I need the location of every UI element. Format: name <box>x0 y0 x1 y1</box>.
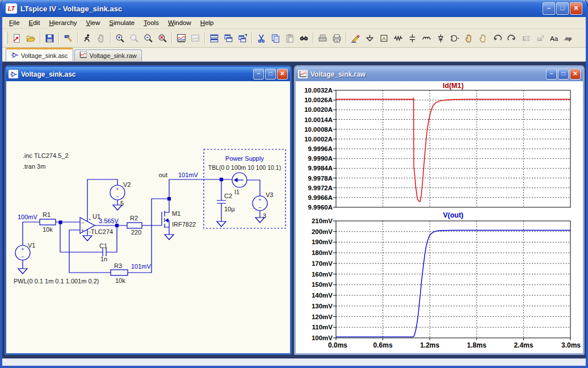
r3-name[interactable]: R3 <box>114 262 122 269</box>
minimize-button[interactable]: – <box>543 2 555 15</box>
ground-icon[interactable] <box>363 31 377 45</box>
waveform-minimize-button[interactable]: – <box>546 69 557 80</box>
svg-text:.op: .op <box>564 36 572 41</box>
toolbar-separator <box>346 32 347 44</box>
c1-value[interactable]: 1n <box>100 256 107 262</box>
redo-icon[interactable] <box>505 31 519 45</box>
v1-name[interactable]: V1 <box>28 242 35 249</box>
run-icon[interactable] <box>80 31 94 45</box>
net-label-out[interactable]: out <box>159 172 167 178</box>
v1-value[interactable]: PWL(0 0.1 1m 0.1 1.001m 0.2) <box>14 278 99 285</box>
tile-windows-icon[interactable] <box>207 31 221 45</box>
rotate-icon[interactable]: E <box>533 31 547 45</box>
menu-hierarchy[interactable]: Hierarchy <box>44 18 81 27</box>
schematic-minimize-button[interactable]: – <box>253 69 264 80</box>
copy-icon[interactable] <box>268 31 283 45</box>
menu-view[interactable]: View <box>82 18 105 27</box>
wire-icon[interactable] <box>348 31 363 45</box>
diode-icon[interactable] <box>434 31 448 45</box>
menu-file[interactable]: File <box>5 18 24 27</box>
power-supply-box-title: Power Supply <box>225 155 264 162</box>
waveform-window-titlebar[interactable]: Voltage_sink.raw – □ ✕ <box>296 67 583 81</box>
undo-icon[interactable] <box>490 31 505 45</box>
waveform-close-button[interactable]: ✕ <box>570 69 581 80</box>
plot-settings-icon[interactable] <box>174 31 188 45</box>
directive-tran[interactable]: .tran 3m <box>23 163 45 170</box>
annotation-input-level[interactable]: 100mV <box>18 214 38 220</box>
schematic-close-button[interactable]: ✕ <box>277 69 288 80</box>
c1-name[interactable]: C1 <box>99 242 107 249</box>
directive-include[interactable]: .inc TLC274.5_2 <box>23 152 69 159</box>
plot-pane-Id(M1)[interactable]: Id(M1)10.0032A10.0026A10.0020A10.0014A10… <box>304 82 570 211</box>
u1-value[interactable]: TLC274 <box>91 228 113 235</box>
c2-name[interactable]: C2 <box>224 193 232 199</box>
inductor-icon[interactable] <box>419 31 434 45</box>
y-tick-label: 180mV <box>312 249 333 256</box>
r2-name[interactable]: R2 <box>130 215 138 221</box>
menu-help[interactable]: Help <box>196 18 219 27</box>
toolbar-separator <box>58 32 60 44</box>
print-icon[interactable] <box>330 31 344 45</box>
maximize-button[interactable]: □ <box>556 2 569 15</box>
i1-name[interactable]: I1 <box>234 189 240 195</box>
c2-value[interactable]: 10µ <box>224 206 235 212</box>
waveform-icon <box>79 51 87 60</box>
control-panel-icon[interactable] <box>61 31 75 45</box>
menu-tools[interactable]: Tools <box>139 18 163 27</box>
tab-voltage_sink.raw[interactable]: Voltage_sink.raw <box>74 49 142 61</box>
r1-name[interactable]: R1 <box>43 211 51 218</box>
v2-value[interactable]: 5 <box>120 200 124 207</box>
app-titlebar[interactable]: LT LTspice IV - Voltage_sink.asc – □ ✕ <box>2 0 586 17</box>
v3-name[interactable]: V3 <box>266 191 273 198</box>
menu-simulate[interactable]: Simulate <box>104 18 139 27</box>
y-tick-label: 9.9972A <box>308 185 333 191</box>
close-button[interactable]: ✕ <box>570 2 582 15</box>
annotation-opamp-out[interactable]: 3.565V <box>99 218 119 224</box>
new-schematic-icon[interactable] <box>10 31 24 45</box>
halt-icon[interactable] <box>94 31 108 45</box>
menu-window[interactable]: Window <box>163 18 196 27</box>
r3-value[interactable]: 10k <box>115 277 125 284</box>
component-icon[interactable] <box>448 31 462 45</box>
waveform-maximize-button[interactable]: □ <box>558 69 569 80</box>
annotation-out-level[interactable]: 101mV <box>178 172 199 178</box>
spice-directive-button[interactable]: .op <box>561 31 576 45</box>
schematic-window-titlebar[interactable]: Voltage_sink.asc – □ ✕ <box>6 67 290 81</box>
zoom-out-icon[interactable] <box>141 31 156 45</box>
drag-icon[interactable] <box>476 31 490 45</box>
menu-edit[interactable]: Edit <box>24 18 45 27</box>
zoom-in-icon[interactable] <box>113 31 127 45</box>
zoom-full-extents-icon[interactable] <box>156 31 170 45</box>
waveform-plot-area[interactable]: Id(M1)10.0032A10.0026A10.0020A10.0014A10… <box>296 81 583 353</box>
print-preview-icon[interactable] <box>316 31 330 45</box>
schematic-maximize-button[interactable]: □ <box>265 69 276 80</box>
paste-icon[interactable] <box>283 31 297 45</box>
y-tick-label: 200mV <box>312 228 333 235</box>
plot-pan-icon[interactable] <box>188 31 203 45</box>
open-icon[interactable] <box>24 31 38 45</box>
resistor-icon[interactable] <box>391 31 405 45</box>
ltspice-app-window: LT LTspice IV - Voltage_sink.asc – □ ✕ F… <box>0 0 588 368</box>
save-icon[interactable] <box>43 31 57 45</box>
v3-value[interactable]: 3 <box>263 212 266 219</box>
cascade-windows-icon[interactable] <box>221 31 236 45</box>
cut-icon[interactable] <box>254 31 268 45</box>
move-icon[interactable] <box>462 31 476 45</box>
text-button[interactable]: Aa <box>547 31 561 45</box>
plot-pane-V(out)[interactable]: V(out)210mV200mV190mV180mV170mV160mV150m… <box>312 211 581 349</box>
r2-value[interactable]: 220 <box>131 229 141 236</box>
m1-value[interactable]: IRF7822 <box>172 221 196 228</box>
i1-value[interactable]: TBL(0 0 100m 10 100 10.1) <box>208 164 281 171</box>
v2-name[interactable]: V2 <box>123 181 131 188</box>
zoom-back-icon[interactable] <box>127 31 141 45</box>
capacitor-icon[interactable] <box>405 31 419 45</box>
m1-name[interactable]: M1 <box>172 210 180 217</box>
r1-value[interactable]: 10k <box>43 226 53 233</box>
arrange-windows-icon[interactable] <box>236 31 250 45</box>
schematic-canvas[interactable]: +− +− +− − + + − .inc TLC274.5_2 .tran 3… <box>6 81 290 353</box>
label-net-icon[interactable]: A <box>377 31 391 45</box>
find-icon[interactable] <box>297 31 311 45</box>
mirror-icon[interactable]: E <box>519 31 533 45</box>
annotation-feedback-level[interactable]: 101mV <box>131 263 152 270</box>
tab-voltage_sink.asc[interactable]: Voltage_sink.asc <box>6 48 73 61</box>
